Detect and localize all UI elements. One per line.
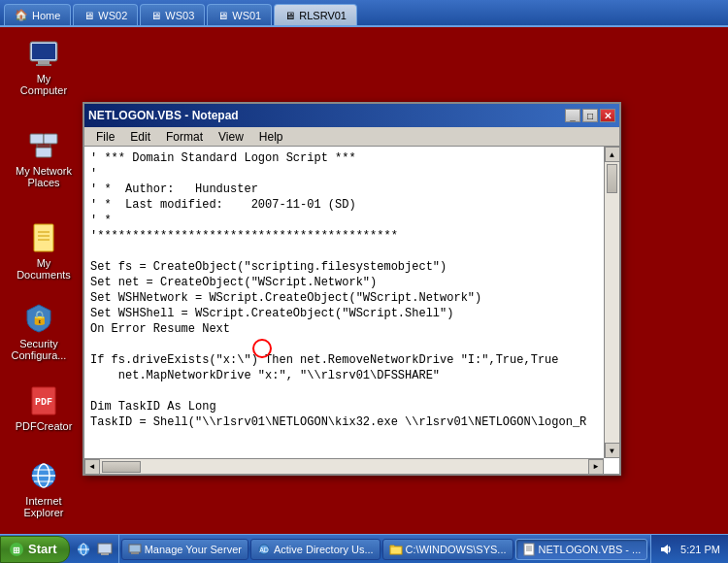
computer-icon: 🖥 bbox=[217, 10, 228, 21]
h-scroll-track bbox=[100, 459, 588, 474]
computer-icon-active: 🖥 bbox=[284, 10, 295, 21]
notepad-window: NETLOGON.VBS - Notepad _ □ ✕ File Edit F… bbox=[83, 102, 621, 476]
documents-icon bbox=[28, 222, 59, 253]
menu-file[interactable]: File bbox=[88, 128, 122, 146]
svg-rect-10 bbox=[34, 224, 53, 251]
desktop-icon-documents[interactable]: My Documents bbox=[10, 218, 78, 284]
svg-text:⊞: ⊞ bbox=[13, 546, 20, 555]
folder-icon bbox=[389, 543, 403, 556]
svg-text:AD: AD bbox=[259, 546, 269, 553]
svg-marker-47 bbox=[661, 545, 668, 554]
my-computer-label: My Computer bbox=[14, 73, 74, 96]
menu-format[interactable]: Format bbox=[158, 128, 211, 146]
pdf-icon: PDF bbox=[28, 385, 59, 416]
desktop-icon-pdf[interactable]: PDF PDFCreator bbox=[10, 381, 78, 436]
window-tabs: 🏠 Home 🖥 WS02 🖥 WS03 🖥 WS01 🖥 RLSRV01 bbox=[0, 0, 728, 27]
minimize-button[interactable]: _ bbox=[565, 109, 580, 122]
taskbar-item-netlogon[interactable]: NETLOGON.VBS - ... bbox=[515, 539, 648, 560]
home-icon: 🏠 bbox=[15, 9, 28, 21]
horizontal-scrollbar[interactable]: ◄ ► bbox=[84, 458, 604, 474]
taskbar-items: Manage Your Server AD Active Directory U… bbox=[119, 535, 650, 563]
tab-ws03[interactable]: 🖥 WS03 bbox=[140, 4, 205, 25]
svg-rect-42 bbox=[390, 546, 402, 554]
close-button[interactable]: ✕ bbox=[600, 109, 615, 122]
computer-icon: 🖥 bbox=[83, 10, 94, 21]
desktop-icon-security[interactable]: 🔒 Security Configura... bbox=[5, 299, 73, 365]
h-scroll-thumb[interactable] bbox=[102, 461, 141, 473]
ie-label: Internet Explorer bbox=[14, 495, 74, 518]
documents-label: My Documents bbox=[14, 257, 74, 281]
desktop-icon-network[interactable]: My Network Places bbox=[10, 126, 78, 192]
speaker-icon bbox=[659, 543, 673, 556]
maximize-button[interactable]: □ bbox=[582, 109, 598, 122]
scroll-thumb[interactable] bbox=[607, 164, 617, 193]
start-button[interactable]: ⊞ Start bbox=[0, 536, 70, 563]
vertical-scrollbar[interactable]: ▲ ▼ bbox=[604, 147, 619, 458]
svg-rect-4 bbox=[30, 134, 44, 144]
quick-show-desktop-icon[interactable] bbox=[95, 540, 115, 559]
menu-edit[interactable]: Edit bbox=[122, 128, 158, 146]
svg-rect-2 bbox=[38, 61, 50, 64]
scroll-left-button[interactable]: ◄ bbox=[84, 459, 100, 475]
notepad-taskbar-icon bbox=[522, 543, 536, 556]
tab-ws02[interactable]: 🖥 WS02 bbox=[73, 4, 138, 25]
my-computer-icon bbox=[28, 38, 59, 69]
titlebar-buttons: _ □ ✕ bbox=[565, 109, 615, 122]
server-icon bbox=[128, 543, 142, 556]
security-label: Security Configura... bbox=[9, 338, 69, 361]
svg-rect-37 bbox=[101, 553, 109, 555]
scroll-track bbox=[605, 162, 619, 443]
taskbar: ⊞ Start Manage Your Server AD Active Dir… bbox=[0, 534, 728, 563]
svg-rect-6 bbox=[36, 148, 51, 157]
quick-launch bbox=[70, 535, 119, 563]
notepad-content-area[interactable]: ' *** Domain Standard Logon Script *** '… bbox=[84, 147, 619, 474]
ie-icon bbox=[28, 460, 59, 491]
scroll-down-button[interactable]: ▼ bbox=[605, 443, 620, 458]
svg-text:PDF: PDF bbox=[35, 397, 52, 408]
scroll-up-button[interactable]: ▲ bbox=[605, 147, 620, 162]
notepad-titlebar[interactable]: NETLOGON.VBS - Notepad _ □ ✕ bbox=[84, 104, 619, 127]
tab-rlsrv01[interactable]: 🖥 RLSRV01 bbox=[274, 4, 357, 25]
svg-rect-38 bbox=[129, 545, 141, 552]
taskbar-item-manage-server[interactable]: Manage Your Server bbox=[121, 539, 248, 560]
menu-help[interactable]: Help bbox=[251, 128, 291, 146]
ad-icon: AD bbox=[257, 543, 271, 556]
notepad-menubar: File Edit Format View Help bbox=[84, 127, 619, 147]
svg-rect-3 bbox=[36, 64, 51, 66]
network-label: My Network Places bbox=[14, 165, 74, 188]
svg-rect-39 bbox=[131, 552, 139, 554]
desktop-icon-ie[interactable]: Internet Explorer bbox=[10, 456, 78, 522]
svg-text:🔒: 🔒 bbox=[31, 310, 49, 326]
computer-icon: 🖥 bbox=[150, 10, 161, 21]
scroll-right-button[interactable]: ► bbox=[588, 459, 604, 475]
notepad-title: NETLOGON.VBS - Notepad bbox=[88, 109, 239, 122]
taskbar-item-active-directory[interactable]: AD Active Directory Us... bbox=[250, 539, 381, 560]
svg-rect-1 bbox=[32, 44, 55, 59]
notepad-text-content[interactable]: ' *** Domain Standard Logon Script *** '… bbox=[84, 147, 604, 458]
taskbar-tray: 5:21 PM bbox=[650, 535, 728, 563]
tab-home[interactable]: 🏠 Home bbox=[4, 4, 71, 25]
menu-view[interactable]: View bbox=[211, 128, 251, 146]
svg-rect-5 bbox=[44, 134, 57, 144]
taskbar-item-windows-folder[interactable]: C:\WINDOWS\SYS... bbox=[382, 539, 513, 560]
network-icon bbox=[28, 130, 59, 161]
clock-time: 5:21 PM bbox=[680, 544, 720, 555]
tab-ws01[interactable]: 🖥 WS01 bbox=[207, 4, 272, 25]
security-icon: 🔒 bbox=[23, 303, 54, 334]
quick-ie-icon[interactable] bbox=[74, 540, 93, 559]
pdf-label: PDFCreator bbox=[16, 420, 73, 432]
svg-rect-36 bbox=[98, 544, 112, 553]
start-icon: ⊞ bbox=[9, 542, 24, 557]
desktop-icon-my-computer[interactable]: My Computer bbox=[10, 34, 78, 100]
svg-rect-43 bbox=[524, 544, 534, 555]
